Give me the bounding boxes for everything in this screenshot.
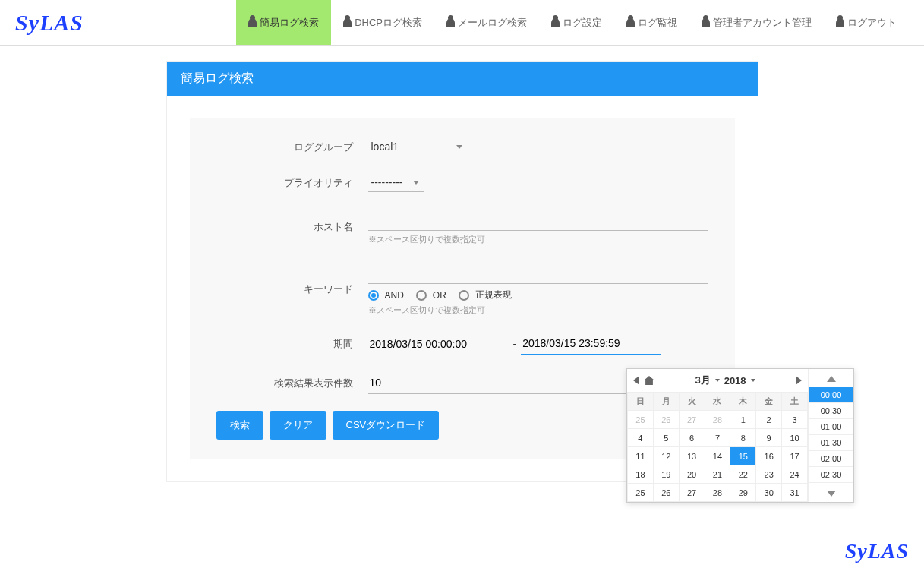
calendar-day[interactable]: 9 xyxy=(756,429,782,447)
radio-regex-label: 正規表現 xyxy=(475,289,512,301)
nav: 簡易ログ検索DHCPログ検索メールログ検索ログ設定ログ監視管理者アカウント管理ロ… xyxy=(236,0,909,45)
dow-header: 月 xyxy=(653,393,679,411)
nav-item-label: ログ監視 xyxy=(638,16,677,30)
nav-item-5[interactable]: 管理者アカウント管理 xyxy=(689,0,824,45)
calendar-day[interactable]: 5 xyxy=(653,429,679,447)
calendar-day[interactable]: 10 xyxy=(782,429,808,447)
nav-item-label: メールログ検索 xyxy=(458,16,527,30)
priority-value: --------- xyxy=(371,176,403,188)
calendar-day[interactable]: 8 xyxy=(730,429,756,447)
calendar-day[interactable]: 18 xyxy=(628,465,654,484)
calendar-day[interactable]: 16 xyxy=(756,447,782,465)
calendar-day[interactable]: 26 xyxy=(653,411,679,429)
time-option[interactable]: 00:00 xyxy=(809,387,853,403)
host-label: ホスト名 xyxy=(216,220,368,234)
time-scroll-up[interactable] xyxy=(809,369,853,387)
nav-item-6[interactable]: ログアウト xyxy=(824,0,909,45)
dow-header: 日 xyxy=(628,393,654,411)
calendar-day[interactable]: 6 xyxy=(679,429,705,447)
period-to-input[interactable] xyxy=(521,333,661,355)
person-icon xyxy=(626,18,635,27)
calendar-day[interactable]: 29 xyxy=(730,484,756,498)
calendar-table: 日月火水木金土 25262728123456789101112131415161… xyxy=(627,392,808,497)
nav-item-2[interactable]: メールログ検索 xyxy=(434,0,539,45)
calendar-day[interactable]: 28 xyxy=(705,411,730,429)
calendar-day[interactable]: 25 xyxy=(628,411,654,429)
log-group-select[interactable]: local1 xyxy=(368,137,467,156)
person-icon xyxy=(446,18,455,27)
radio-or-label: OR xyxy=(433,290,446,301)
prev-month-icon[interactable] xyxy=(633,376,639,385)
keyword-label: キーワード xyxy=(216,282,368,296)
calendar-day[interactable]: 1 xyxy=(730,411,756,429)
nav-item-1[interactable]: DHCPログ検索 xyxy=(331,0,434,45)
home-icon[interactable] xyxy=(644,376,654,385)
log-group-value: local1 xyxy=(371,140,399,153)
person-icon xyxy=(343,18,352,27)
radio-and[interactable] xyxy=(368,290,379,301)
priority-select[interactable]: --------- xyxy=(368,173,424,192)
keyword-input[interactable] xyxy=(368,262,708,284)
dow-header: 土 xyxy=(782,393,808,411)
person-icon xyxy=(248,18,257,27)
calendar-day[interactable]: 21 xyxy=(705,465,730,484)
radio-and-label: AND xyxy=(385,290,404,301)
calendar-day[interactable]: 28 xyxy=(705,484,730,498)
calendar-day[interactable]: 24 xyxy=(782,465,808,484)
calendar-day[interactable]: 4 xyxy=(628,429,654,447)
calendar-day[interactable]: 26 xyxy=(653,484,679,498)
calendar-day[interactable]: 23 xyxy=(756,465,782,484)
dow-header: 水 xyxy=(705,393,730,411)
calendar-day[interactable]: 25 xyxy=(628,484,654,498)
calendar-day[interactable]: 19 xyxy=(653,465,679,484)
nav-item-label: 管理者アカウント管理 xyxy=(713,16,812,30)
dow-header: 木 xyxy=(730,393,756,411)
nav-item-4[interactable]: ログ監視 xyxy=(614,0,689,45)
caret-down-icon xyxy=(456,145,462,149)
nav-item-3[interactable]: ログ設定 xyxy=(539,0,614,45)
calendar-day[interactable]: 22 xyxy=(730,465,756,484)
calendar-day[interactable]: 27 xyxy=(679,484,705,498)
period-from-input[interactable] xyxy=(368,333,509,355)
caret-down-icon xyxy=(715,379,720,382)
time-option[interactable]: 00:30 xyxy=(809,403,853,419)
calendar-day[interactable]: 3 xyxy=(782,411,808,429)
calendar-day[interactable]: 17 xyxy=(782,447,808,465)
calendar-day[interactable]: 30 xyxy=(756,484,782,498)
time-option[interactable]: 01:30 xyxy=(809,435,853,451)
clear-button[interactable]: クリア xyxy=(270,411,326,440)
nav-item-label: DHCPログ検索 xyxy=(355,16,422,30)
calendar-day[interactable]: 31 xyxy=(782,484,808,498)
calendar-day[interactable]: 12 xyxy=(653,447,679,465)
time-scroll-down[interactable] xyxy=(809,484,853,497)
calendar-day[interactable]: 20 xyxy=(679,465,705,484)
period-separator: - xyxy=(513,338,517,350)
calendar-day[interactable]: 13 xyxy=(679,447,705,465)
caret-down-icon xyxy=(413,181,419,185)
host-input[interactable] xyxy=(368,209,708,231)
chevron-down-icon xyxy=(827,491,836,497)
calendar-day[interactable]: 15 xyxy=(730,447,756,465)
next-month-icon[interactable] xyxy=(796,376,802,385)
csv-download-button[interactable]: CSVダウンロード xyxy=(333,411,440,440)
priority-label: プライオリティ xyxy=(216,176,368,190)
radio-or[interactable] xyxy=(416,290,427,301)
calendar-day[interactable]: 11 xyxy=(628,447,654,465)
time-option[interactable]: 01:00 xyxy=(809,419,853,435)
time-option[interactable]: 02:00 xyxy=(809,451,853,467)
nav-item-0[interactable]: 簡易ログ検索 xyxy=(236,0,331,45)
time-option[interactable]: 02:30 xyxy=(809,467,853,483)
year-select[interactable]: 2018 xyxy=(724,375,746,386)
month-select[interactable]: 3月 xyxy=(695,374,710,387)
caret-down-icon xyxy=(751,379,755,382)
dow-header: 火 xyxy=(679,393,705,411)
datepicker: 3月 2018 日月火水木金土 252627281234567891011121… xyxy=(626,368,854,497)
calendar-day[interactable]: 14 xyxy=(705,447,730,465)
radio-regex[interactable] xyxy=(459,290,469,301)
nav-item-label: ログアウト xyxy=(847,16,897,30)
calendar-day[interactable]: 2 xyxy=(756,411,782,429)
calendar-day[interactable]: 7 xyxy=(705,429,730,447)
calendar-day[interactable]: 27 xyxy=(679,411,705,429)
search-button[interactable]: 検索 xyxy=(216,411,263,440)
results-label: 検索結果表示件数 xyxy=(216,377,368,390)
